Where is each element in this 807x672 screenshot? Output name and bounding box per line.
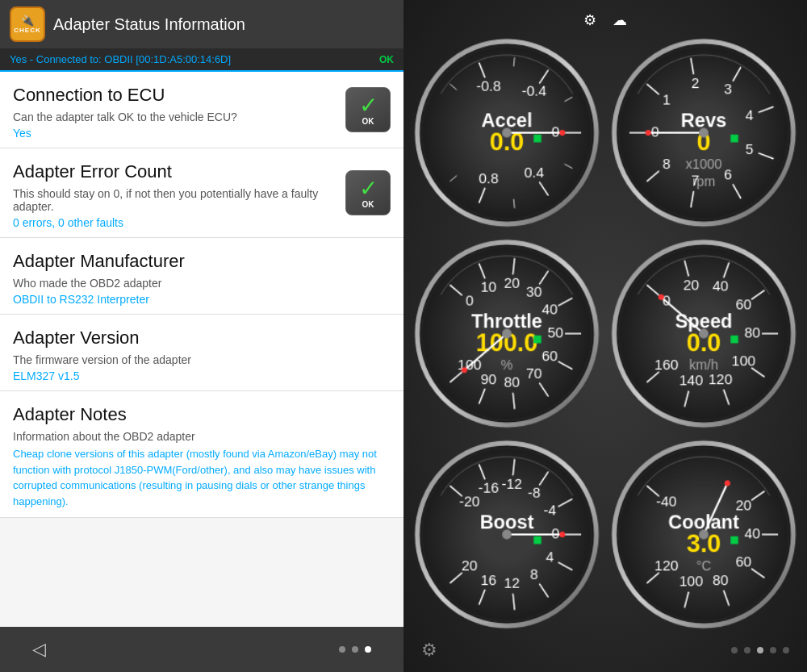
ok-button-0[interactable]: ✓OK	[345, 87, 391, 132]
obd-icon-top: 🔌	[21, 15, 34, 27]
gauge-boost[interactable]	[412, 437, 602, 632]
ok-label-1: OK	[362, 200, 374, 209]
right-panel: ⚙ ☁ ⚙	[404, 0, 807, 672]
section-title-3: Adapter Version	[13, 328, 391, 349]
right-bottom-bar: ⚙	[412, 637, 799, 664]
section-desc-3: The firmware version of the adapter	[13, 353, 391, 366]
wifi-icon: ☁	[613, 11, 627, 29]
section-desc-0: Can the adapter talk OK to the vehicle E…	[13, 111, 339, 123]
gauge-throttle[interactable]	[412, 236, 602, 431]
section-desc-1: This should stay on 0, if not then you p…	[13, 187, 339, 213]
gauge-coolant[interactable]	[608, 437, 799, 632]
header-bar: 🔌 CHECK Adapter Status Information	[0, 0, 404, 48]
gauge-accel[interactable]	[412, 35, 602, 230]
section-title-1: Adapter Error Count	[13, 161, 339, 182]
bottom-dot-5	[783, 647, 789, 653]
bottom-dot-1	[731, 647, 738, 653]
left-panel: 🔌 CHECK Adapter Status Information Yes -…	[0, 0, 404, 672]
section-value-4: Cheap clone versions of this adapter (mo…	[13, 446, 391, 509]
right-top-icons: ⚙ ☁	[412, 8, 799, 31]
section-value-1: 0 errors, 0 other faults	[13, 216, 339, 229]
ok-check-0: ✓	[359, 94, 378, 117]
section-4: Adapter NotesInformation about the OBD2 …	[0, 391, 404, 518]
gauge-container-coolant	[608, 437, 799, 632]
status-bar: Yes - Connected to: OBDII [00:1D:A5:00:1…	[0, 48, 404, 72]
sections-container: Connection to ECUCan the adapter talk OK…	[0, 72, 404, 518]
section-1: Adapter Error CountThis should stay on 0…	[0, 148, 404, 238]
gauge-container-speed	[608, 236, 799, 431]
nav-dots	[339, 646, 371, 653]
section-value-0: Yes	[13, 127, 339, 140]
nav-dot-1	[339, 646, 345, 653]
ok-check-1: ✓	[359, 177, 378, 200]
bottom-dot-4	[770, 647, 776, 653]
ok-label-0: OK	[362, 117, 374, 126]
gauges-grid	[412, 35, 799, 632]
gauge-speed[interactable]	[608, 236, 799, 431]
gauge-container-revs	[608, 35, 799, 230]
section-desc-4: Information about the OBD2 adapter	[13, 430, 391, 443]
back-icon[interactable]: ◁	[32, 639, 46, 660]
section-title-2: Adapter Manufacturer	[13, 251, 391, 272]
section-value-3: ELM327 v1.5	[13, 369, 391, 382]
obd-icon: 🔌 CHECK	[10, 6, 45, 42]
ok-button-1[interactable]: ✓OK	[345, 170, 391, 215]
gauge-revs[interactable]	[608, 35, 799, 230]
section-2: Adapter ManufacturerWho made the OBD2 ad…	[0, 238, 404, 315]
status-text: Yes - Connected to: OBDII [00:1D:A5:00:1…	[10, 53, 231, 65]
bottom-dots	[731, 647, 789, 653]
bottom-nav: ◁	[0, 627, 404, 672]
bottom-dot-2	[744, 647, 751, 653]
bottom-dot-3	[757, 647, 763, 653]
settings-icon[interactable]: ⚙	[421, 640, 437, 661]
nav-dot-2	[352, 646, 358, 653]
section-0: Connection to ECUCan the adapter talk OK…	[0, 72, 404, 148]
header-title: Adapter Status Information	[53, 15, 245, 34]
section-3: Adapter VersionThe firmware version of t…	[0, 315, 404, 391]
status-ok-label: OK	[379, 54, 394, 65]
gauge-container-accel	[412, 35, 602, 230]
gauge-container-throttle	[412, 236, 602, 431]
gauge-container-boost	[412, 437, 602, 632]
bluetooth-icon: ⚙	[583, 11, 596, 29]
section-desc-2: Who made the OBD2 adapter	[13, 277, 391, 290]
section-title-0: Connection to ECU	[13, 85, 339, 106]
obd-check-label: CHECK	[14, 27, 40, 34]
section-value-2: OBDII to RS232 Interpreter	[13, 293, 391, 306]
section-title-4: Adapter Notes	[13, 404, 391, 425]
nav-dot-3	[365, 646, 371, 653]
